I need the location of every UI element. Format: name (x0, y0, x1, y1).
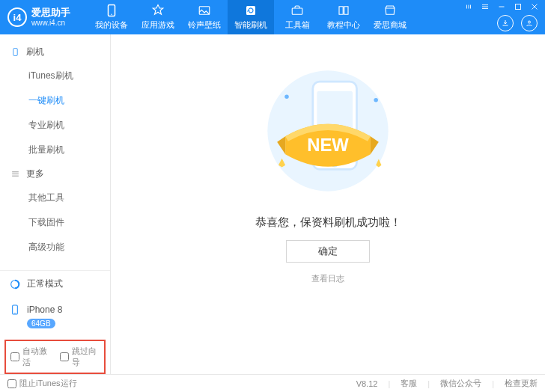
toolbox-icon (290, 4, 304, 17)
sidebar-tree: 刷机 iTunes刷机 一键刷机 专业刷机 批量刷机 更多 其他工具 下载固件 … (0, 34, 110, 270)
title-circle-buttons (497, 15, 538, 31)
tree-download-fw[interactable]: 下载固件 (0, 210, 110, 235)
block-itunes[interactable]: 阻止iTunes运行 (7, 378, 77, 389)
options-box: 自动激活 跳过向导 (4, 340, 106, 374)
view-log-link[interactable]: 查看日志 (311, 273, 344, 284)
brand-logo-icon: i4 (7, 7, 27, 27)
device-icon (9, 304, 21, 316)
menu-icon[interactable] (463, 1, 475, 12)
nav-apps[interactable]: 应用游戏 (135, 0, 181, 34)
svg-rect-4 (292, 8, 302, 14)
nav-flash[interactable]: 智能刷机 (228, 0, 274, 34)
device-row[interactable]: iPhone 8 64GB (0, 297, 110, 335)
status-check-update[interactable]: 检查更新 (505, 378, 538, 389)
main-panel: NEW 恭喜您，保资料刷机成功啦！ 确定 查看日志 (111, 34, 545, 374)
book-icon (337, 4, 350, 17)
brand: i4 爱思助手 www.i4.cn (0, 0, 88, 34)
success-illustration: NEW (246, 60, 410, 202)
menu-lines-icon[interactable] (479, 1, 491, 12)
nav-tutorial[interactable]: 教程中心 (320, 0, 367, 34)
titlebar: i4 爱思助手 www.i4.cn 我的设备 应用游戏 铃声壁纸 智能刷机 工具… (0, 0, 545, 34)
opt-skip-guide[interactable]: 跳过向导 (60, 346, 100, 368)
tree-advanced[interactable]: 高级功能 (0, 235, 110, 260)
storage-badge: 64GB (27, 319, 55, 328)
svg-text:NEW: NEW (307, 135, 349, 156)
nav-store[interactable]: 爱思商城 (367, 0, 413, 34)
tree-pro-flash[interactable]: 专业刷机 (0, 113, 110, 138)
device-label: iPhone 8 (27, 304, 62, 315)
status-customer-service[interactable]: 客服 (401, 378, 417, 389)
svg-point-11 (14, 313, 15, 313)
nav-toolbox[interactable]: 工具箱 (274, 0, 320, 34)
brand-name: 爱思助手 (31, 7, 70, 18)
app-icon (151, 4, 165, 17)
minimize-button[interactable] (496, 1, 508, 12)
statusbar: 阻止iTunes运行 V8.12 | 客服 | 微信公众号 | 检查更新 (0, 374, 545, 392)
sidebar-group-more[interactable]: 更多 (0, 162, 110, 186)
success-message: 恭喜您，保资料刷机成功啦！ (255, 215, 401, 230)
mode-row[interactable]: 正常模式 (0, 271, 110, 297)
tree-itunes-flash[interactable]: iTunes刷机 (0, 64, 110, 88)
phone-icon (105, 4, 118, 17)
svg-rect-5 (499, 7, 505, 7)
opt-skip-guide-checkbox[interactable] (60, 352, 69, 361)
block-itunes-checkbox[interactable] (7, 379, 16, 388)
nav-my-device[interactable]: 我的设备 (88, 0, 135, 34)
opt-auto-activate[interactable]: 自动激活 (10, 346, 51, 368)
svg-rect-6 (516, 4, 521, 10)
image-icon (198, 4, 211, 17)
store-icon (383, 4, 397, 17)
brand-domain: www.i4.cn (31, 19, 70, 27)
maximize-button[interactable] (512, 1, 524, 12)
svg-point-13 (284, 94, 289, 99)
svg-point-14 (374, 98, 378, 102)
opt-auto-activate-checkbox[interactable] (10, 352, 19, 361)
sidebar-bottom: 正常模式 iPhone 8 64GB 自动激活 跳过向导 (0, 270, 110, 374)
tree-batch-flash[interactable]: 批量刷机 (0, 138, 110, 162)
status-wechat[interactable]: 微信公众号 (440, 378, 481, 389)
svg-point-7 (529, 21, 531, 23)
nav-ringtone[interactable]: 铃声壁纸 (181, 0, 228, 34)
phone-outline-icon (10, 47, 20, 57)
sidebar: 刷机 iTunes刷机 一键刷机 专业刷机 批量刷机 更多 其他工具 下载固件 … (0, 34, 111, 374)
tree-one-key-flash[interactable]: 一键刷机 (0, 88, 110, 113)
menu-icon (10, 169, 20, 179)
ok-button[interactable]: 确定 (286, 240, 370, 263)
workspace: 刷机 iTunes刷机 一键刷机 专业刷机 批量刷机 更多 其他工具 下载固件 … (0, 34, 545, 374)
download-button[interactable] (497, 15, 514, 31)
svg-point-1 (111, 14, 112, 16)
sidebar-group-flash[interactable]: 刷机 (0, 40, 110, 64)
refresh-icon (244, 4, 258, 17)
svg-rect-8 (13, 49, 17, 56)
window-controls (463, 1, 541, 12)
mode-label: 正常模式 (27, 278, 63, 290)
tree-other-tools[interactable]: 其他工具 (0, 186, 110, 210)
svg-rect-3 (246, 6, 255, 15)
mode-icon (9, 278, 21, 290)
user-button[interactable] (521, 15, 538, 31)
close-button[interactable] (529, 1, 541, 12)
version-label: V8.12 (356, 379, 378, 388)
